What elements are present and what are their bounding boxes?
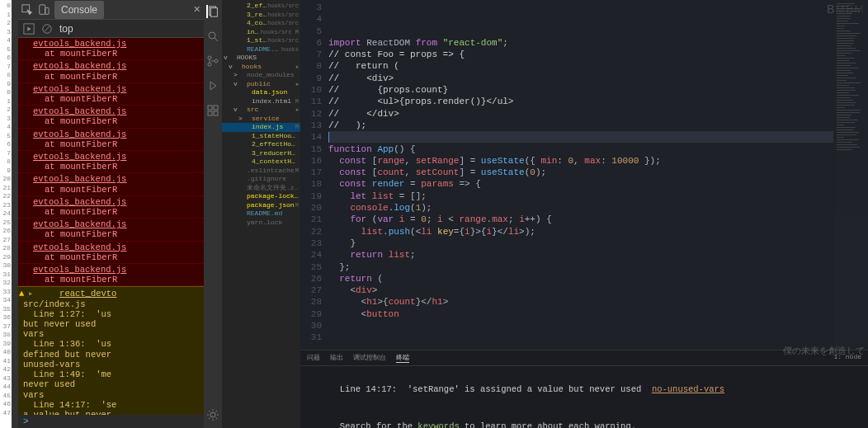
- file-tree-item[interactable]: package-lock.json: [222, 192, 300, 201]
- file-tree-item[interactable]: 2_effectHook.jshooks/src: [222, 2, 300, 11]
- console-error[interactable]: evtools_backend.js at mountFiberR: [18, 196, 204, 219]
- file-tree-item[interactable]: index.htmlM: [222, 97, 300, 106]
- file-tree-item[interactable]: >node_modules: [222, 71, 300, 80]
- explorer-icon[interactable]: [206, 5, 219, 18]
- problems-tab[interactable]: 调试控制台: [353, 353, 386, 363]
- problem-text: Search for the: [340, 421, 418, 428]
- outer-line-gutter: 0123456789012345678920212223242526272829…: [0, 0, 12, 428]
- close-icon[interactable]: ×: [194, 3, 200, 16]
- eslint-rule-link[interactable]: no-unused-vars: [652, 384, 724, 394]
- problems-body: Line 14:17: 'setRange' is assigned a val…: [300, 366, 868, 428]
- activity-bar: [204, 0, 222, 428]
- file-tree-item[interactable]: 4_contextHook.js: [222, 158, 300, 167]
- code-area[interactable]: 3456789101112131415161718192021222324252…: [300, 0, 868, 350]
- console-error[interactable]: evtools_backend.js at mountFiberR: [18, 60, 204, 82]
- watermark-text-2: 僕の未来を創造して: [783, 345, 865, 357]
- console-error[interactable]: evtools_backend.js at mountFiberR: [18, 106, 204, 128]
- console-error[interactable]: evtools_backend.js at mountFiberR: [18, 151, 204, 173]
- svg-point-12: [215, 59, 218, 63]
- file-tree-item[interactable]: vsrc●: [222, 106, 300, 115]
- file-tree-item[interactable]: yarn.lock: [222, 219, 300, 228]
- file-explorer: 2_effectHook.jshooks/src3_reducerHook.js…: [222, 0, 300, 428]
- console-error[interactable]: evtools_backend.js at mountFiberR: [18, 242, 204, 264]
- code-lines[interactable]: import ReactDOM from "react-dom";// cons…: [328, 0, 868, 350]
- file-tree-item[interactable]: 1_stateHook.jshooks/src: [222, 36, 300, 45]
- problems-tab[interactable]: 输出: [330, 353, 343, 363]
- svg-line-5: [45, 26, 50, 31]
- problems-tab[interactable]: 终端: [396, 353, 409, 363]
- console-output: evtools_backend.js at mountFiberRevtools…: [18, 38, 204, 415]
- devtools-subbar: top: [18, 20, 204, 38]
- keywords-link[interactable]: keywords: [417, 421, 459, 428]
- svg-rect-14: [214, 106, 218, 110]
- file-tree-item[interactable]: 4_contextHook.jshooks/src: [222, 19, 300, 28]
- file-tree-item[interactable]: index.jsM: [222, 123, 300, 132]
- device-icon[interactable]: [38, 4, 50, 16]
- problem-text: to learn more about each warning.: [460, 421, 636, 428]
- file-tree-item[interactable]: README.md: [222, 209, 300, 219]
- context-top[interactable]: top: [59, 23, 73, 35]
- console-prompt[interactable]: >: [18, 415, 204, 428]
- file-tree-item[interactable]: vhooks●: [222, 63, 300, 72]
- console-error[interactable]: evtools_backend.js at mountFiberR: [18, 38, 204, 60]
- svg-rect-1: [40, 4, 45, 13]
- play-icon[interactable]: [23, 23, 35, 35]
- git-icon[interactable]: [206, 54, 219, 68]
- problems-tab[interactable]: 问题: [307, 353, 320, 363]
- console-error[interactable]: evtools_backend.js at mountFiberR: [18, 264, 204, 286]
- file-tree-item[interactable]: README.mdhooks: [222, 45, 300, 54]
- file-tree-item[interactable]: vpublic●: [222, 80, 300, 89]
- file-tree-item[interactable]: 2_effectHook.js: [222, 140, 300, 149]
- svg-point-11: [208, 63, 211, 66]
- file-tree-item[interactable]: index.jshooks/src M: [222, 28, 300, 37]
- svg-point-10: [208, 56, 211, 59]
- problems-panel: 问题输出调试控制台终端1: node Line 14:17: 'setRange…: [300, 350, 868, 428]
- console-error[interactable]: evtools_backend.js at mountFiberR: [18, 129, 204, 151]
- clear-icon[interactable]: [41, 23, 53, 35]
- file-tree-item[interactable]: 未命名文件夹.zip: [222, 184, 300, 193]
- console-error[interactable]: evtools_backend.js at mountFiberR: [18, 83, 204, 106]
- svg-rect-7: [211, 8, 218, 17]
- console-warning[interactable]: ▲▸ react_devto src/index.js Line 1:27: '…: [18, 286, 204, 415]
- svg-rect-2: [45, 7, 49, 14]
- search-icon[interactable]: [206, 30, 219, 43]
- file-tree-item[interactable]: .eslintcacheM: [222, 167, 300, 176]
- file-tree-item[interactable]: 3_reducerHook.jshooks/src: [222, 11, 300, 20]
- gear-icon[interactable]: [206, 408, 219, 421]
- file-tree-item[interactable]: >service: [222, 115, 300, 124]
- svg-rect-16: [214, 111, 218, 115]
- console-error[interactable]: evtools_backend.js at mountFiberR: [18, 173, 204, 195]
- minimap[interactable]: [835, 0, 868, 346]
- scrollbar-stripe[interactable]: [12, 0, 18, 428]
- devtools-panel: Console × top evtools_backend.js at moun…: [18, 0, 204, 428]
- extensions-icon[interactable]: [206, 104, 219, 117]
- debug-icon[interactable]: [206, 79, 219, 92]
- inspect-icon[interactable]: [21, 4, 33, 16]
- code-gutter: 3456789101112131415161718192021222324252…: [300, 0, 328, 350]
- svg-point-8: [209, 32, 215, 39]
- file-tree-item[interactable]: 3_reducerHook.js: [222, 149, 300, 158]
- devtools-tabbar: Console ×: [18, 0, 204, 20]
- console-error[interactable]: evtools_backend.js at mountFiberR: [18, 219, 204, 241]
- file-tree-item[interactable]: data.json: [222, 88, 300, 97]
- file-tree-item[interactable]: 1_stateHook.js: [222, 132, 300, 141]
- svg-line-9: [215, 38, 218, 41]
- file-tree-item[interactable]: package.jsonM: [222, 201, 300, 210]
- file-tree-item[interactable]: vHOOKS: [222, 54, 300, 63]
- editor-pane: BMBM 34567891011121314151617181920212223…: [300, 0, 868, 428]
- file-tree-item[interactable]: .gitignore: [222, 175, 300, 184]
- problem-line1: Line 14:17: 'setRange' is assigned a val…: [340, 384, 652, 394]
- tab-console[interactable]: Console: [54, 1, 104, 19]
- svg-rect-15: [208, 111, 212, 115]
- svg-point-17: [210, 412, 215, 417]
- svg-rect-13: [208, 106, 212, 110]
